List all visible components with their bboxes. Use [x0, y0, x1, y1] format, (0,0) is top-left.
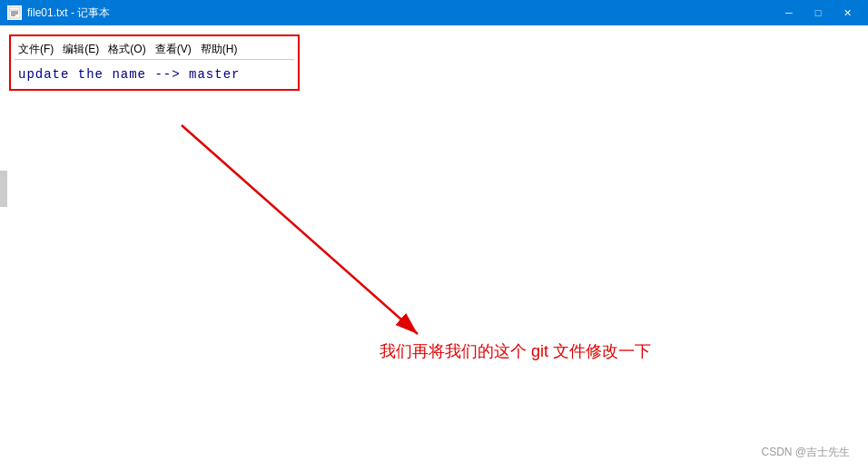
- minimize-button[interactable]: ─: [775, 4, 803, 22]
- title-bar: file01.txt - 记事本 ─ □ ✕: [0, 0, 868, 25]
- maximize-button[interactable]: □: [804, 4, 832, 22]
- editor-content[interactable]: update the name --> master: [15, 64, 294, 85]
- menu-view[interactable]: 查看(V): [155, 43, 192, 55]
- annotation-text: 我们再将我们的这个 git 文件修改一下: [380, 340, 651, 362]
- annotation-arrow: [0, 25, 868, 471]
- menu-file[interactable]: 文件(F): [18, 43, 54, 55]
- window-title: file01.txt - 记事本: [27, 5, 775, 21]
- notepad-box: 文件(F) 编辑(E) 格式(O) 查看(V) 帮助(H) update the…: [9, 34, 300, 91]
- app-icon: [7, 5, 22, 20]
- svg-line-6: [182, 125, 418, 334]
- menu-edit[interactable]: 编辑(E): [63, 43, 99, 55]
- menu-help[interactable]: 帮助(H): [201, 43, 238, 55]
- svg-rect-0: [9, 7, 20, 18]
- close-button[interactable]: ✕: [833, 4, 861, 22]
- window-controls: ─ □ ✕: [775, 4, 861, 22]
- watermark: CSDN @吉士先生: [761, 445, 850, 460]
- left-tab: [0, 171, 7, 207]
- editor-area: 文件(F) 编辑(E) 格式(O) 查看(V) 帮助(H) update the…: [0, 25, 868, 471]
- notepad-menu-bar: 文件(F) 编辑(E) 格式(O) 查看(V) 帮助(H): [15, 40, 294, 60]
- menu-format[interactable]: 格式(O): [108, 43, 145, 55]
- main-window: file01.txt - 记事本 ─ □ ✕ 文件(F) 编辑(E) 格式(O)…: [0, 0, 868, 471]
